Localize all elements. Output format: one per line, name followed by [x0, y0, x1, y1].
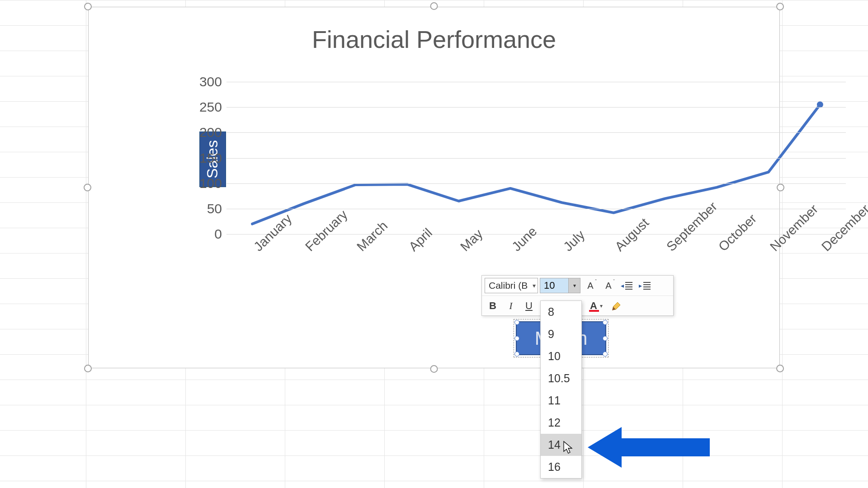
y-tick-label: 0 — [195, 226, 222, 242]
y-tick-label: 250 — [195, 99, 222, 115]
x-tick-label: September — [664, 244, 674, 254]
chart-resize-handle[interactable] — [84, 184, 91, 192]
x-tick-label: July — [561, 244, 571, 254]
svg-marker-2 — [564, 441, 572, 453]
gridline — [226, 209, 846, 209]
decrease-indent-button[interactable]: ◂ — [618, 278, 635, 293]
caret-down-icon: ˇ — [613, 279, 615, 284]
font-size-option[interactable]: 12 — [541, 412, 581, 434]
paintbrush-icon — [611, 300, 622, 311]
x-tick-label: January — [251, 244, 261, 254]
x-tick-label: August — [612, 244, 623, 254]
font-size-input[interactable]: 10 — [540, 278, 568, 293]
font-size-option[interactable]: 10 — [541, 345, 581, 367]
chart-resize-handle[interactable] — [84, 3, 92, 10]
grow-font-button[interactable]: Aˆ — [582, 278, 599, 293]
y-tick-label: 150 — [195, 150, 222, 166]
axis-title-handle[interactable] — [603, 320, 608, 325]
arrow-right-icon: ▸ — [639, 282, 642, 289]
font-family-value: Calibri (B — [489, 280, 528, 291]
chart-frame[interactable]: Financial Performance Sales 050100150200… — [88, 7, 780, 368]
chart-resize-handle[interactable] — [84, 365, 92, 372]
font-size-option[interactable]: 10.5 — [541, 367, 581, 389]
plot-area[interactable]: 050100150200250300 — [226, 82, 846, 234]
font-family-combobox[interactable]: Calibri (B ▾ — [485, 278, 538, 293]
axis-title-handle[interactable] — [514, 352, 519, 357]
font-size-option[interactable]: 8 — [541, 301, 581, 323]
color-swatch — [589, 310, 599, 312]
chart-resize-handle[interactable] — [776, 3, 784, 10]
annotation-arrow — [588, 420, 714, 474]
increase-indent-button[interactable]: ▸ — [637, 278, 653, 293]
svg-marker-1 — [588, 427, 710, 468]
italic-button[interactable]: I — [503, 298, 519, 314]
bold-button[interactable]: B — [485, 298, 501, 314]
cursor-icon — [563, 441, 574, 454]
x-tick-label: May — [458, 244, 468, 254]
lines-icon — [625, 282, 632, 290]
shrink-font-button[interactable]: Aˇ — [600, 278, 617, 293]
font-size-dropdown-button[interactable]: ▾ — [568, 278, 580, 293]
chart-resize-handle[interactable] — [776, 365, 784, 372]
gridline — [226, 107, 846, 108]
chart-resize-handle[interactable] — [430, 2, 438, 10]
x-tick-label: March — [354, 244, 364, 254]
font-size-combobox[interactable]: 10 ▾ — [540, 278, 580, 293]
y-tick-label: 300 — [195, 74, 222, 89]
chart-resize-handle[interactable] — [430, 365, 438, 373]
y-tick-label: 50 — [195, 201, 222, 216]
font-size-option[interactable]: 14 — [541, 434, 581, 456]
x-tick-label: November — [767, 244, 778, 254]
caret-up-icon: ˆ — [595, 279, 597, 284]
chevron-down-icon: ▾ — [533, 282, 536, 289]
chart-title[interactable]: Financial Performance — [89, 25, 779, 53]
font-size-option[interactable]: 16 — [541, 456, 581, 478]
font-color-button[interactable]: A ▾ — [586, 298, 607, 314]
gridline — [226, 183, 846, 184]
chevron-down-icon: ▾ — [600, 303, 603, 309]
font-size-option[interactable]: 11 — [541, 389, 581, 412]
lines-icon — [643, 282, 651, 290]
y-tick-label: 200 — [195, 125, 222, 140]
arrow-left-icon: ◂ — [621, 282, 624, 289]
chart-resize-handle[interactable] — [777, 184, 784, 192]
chart-object[interactable]: Financial Performance Sales 050100150200… — [84, 2, 784, 373]
axis-title-handle[interactable] — [603, 336, 608, 341]
font-size-option[interactable]: 9 — [541, 323, 581, 345]
axis-title-handle[interactable] — [514, 336, 519, 341]
gridline — [226, 82, 846, 82]
font-size-dropdown-list[interactable]: 891010.511121416 — [540, 300, 582, 479]
x-tick-label: June — [509, 244, 519, 254]
format-painter-button[interactable] — [609, 298, 625, 314]
axis-title-handle[interactable] — [514, 320, 519, 325]
x-tick-label: December — [819, 244, 829, 254]
y-tick-label: 100 — [195, 176, 222, 191]
underline-button[interactable]: U — [521, 298, 537, 314]
x-tick-label: April — [406, 244, 416, 254]
x-tick-label: February — [302, 244, 313, 254]
gridline — [226, 132, 846, 133]
axis-title-handle[interactable] — [603, 352, 608, 357]
x-tick-label: October — [716, 244, 726, 254]
gridline — [226, 158, 846, 159]
